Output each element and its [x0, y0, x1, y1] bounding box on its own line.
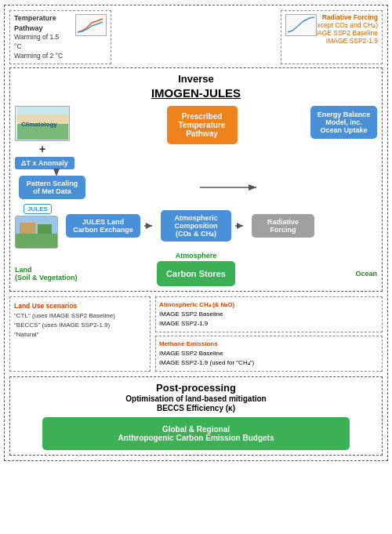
climatology-section: Climatology + ΔT x Anomaly	[15, 106, 97, 169]
rad-chart	[285, 14, 317, 36]
temp-line2: Warming of 2 °C	[14, 52, 67, 61]
jules-image	[15, 216, 58, 249]
methane-box: Methane Emissions IMAGE SSP2 Baseline IM…	[155, 336, 383, 372]
atmospheric-box: Atmospheric Composition (CO₂ & CH₄)	[161, 210, 231, 242]
right-info-col: Atmospheric CH₄ (& N₂O) IMAGE SSP2 Basel…	[155, 296, 383, 372]
top-info-row: Temperature Pathway Warming of 1.5 °C Wa…	[9, 10, 383, 64]
post-title: Post-processing	[15, 382, 377, 394]
global-box: Global & Regional Anthropogenic Carbon E…	[42, 417, 350, 450]
svg-rect-9	[20, 223, 35, 234]
jules-land-box: JULES Land Carbon Exchange	[66, 214, 140, 238]
svg-rect-10	[38, 224, 52, 234]
bottom-info-section: Land Use scenarios "CTL" (uses IMAGE SSP…	[9, 296, 383, 372]
atmosphere-label: Atmosphere	[15, 252, 377, 260]
carbon-col: Carbon Stores	[157, 261, 235, 286]
rad-chart-svg	[286, 15, 316, 35]
plus-sign: +	[15, 143, 70, 155]
arrow-svg-jules-atmos	[144, 220, 157, 231]
global-label: Global & Regional Anthropogenic Carbon E…	[50, 425, 343, 442]
jules-logo: JULES	[24, 204, 52, 214]
arrow-gap1	[15, 169, 377, 176]
temp-chart	[75, 14, 107, 36]
imogen-prefix: Inverse	[15, 73, 377, 85]
svg-marker-14	[237, 223, 243, 229]
svg-text:Climatology: Climatology	[21, 121, 57, 128]
land-ocean-row: Land (Soil & Vegetation) Carbon Stores O…	[15, 261, 377, 286]
land-use-box: Land Use scenarios "CTL" (uses IMAGE SSP…	[9, 296, 151, 372]
temp-title: Temperature Pathway	[14, 13, 67, 33]
arrow-right1	[85, 182, 377, 193]
svg-marker-6	[249, 184, 256, 191]
horiz-arrow-svg	[200, 182, 263, 193]
methane-title: Methane Emissions	[159, 340, 379, 349]
atmos-ch4-line2: IMAGE SSP2-1.9	[159, 319, 379, 329]
post-sub2: BECCS Efficiency (κ)	[15, 404, 377, 412]
methane-line1: IMAGE SSP2 Baseline	[159, 349, 379, 358]
svg-rect-8	[16, 234, 57, 248]
land-use-line2: "BECCS" (uses IMAGE SSP2-1.9)	[14, 321, 146, 330]
atmos-ch4-box: Atmospheric CH₄ (& N₂O) IMAGE SSP2 Basel…	[155, 296, 383, 332]
land-use-line3: "Natural"	[14, 330, 146, 340]
anomaly-box: ΔT x Anomaly	[15, 157, 74, 169]
svg-marker-12	[146, 223, 152, 229]
row2: Pattern Scaling of Met Data	[15, 176, 377, 199]
center-col: Prescribed Temperature Pathway	[97, 106, 307, 144]
rad-title-text: Radiative Forcing	[322, 13, 378, 21]
temp-text: Temperature Pathway Warming of 1.5 °C Wa…	[14, 13, 67, 61]
land-use-title: Land Use scenarios	[14, 301, 146, 311]
methane-line2: IMAGE SSP2-1.9 (used for "CH₄")	[159, 358, 379, 368]
temp-chart-svg	[76, 15, 106, 35]
row1: Climatology + ΔT x Anomaly Prescribed Te…	[15, 106, 377, 169]
temperature-pathway-box: Temperature Pathway Warming of 1.5 °C Wa…	[9, 10, 111, 64]
imogen-title: IMOGEN-JULES	[15, 86, 377, 100]
land-label: Land (Soil & Vegetation)	[15, 266, 78, 282]
climatology-image: Climatology	[15, 106, 70, 141]
main-container: Temperature Pathway Warming of 1.5 °C Wa…	[4, 5, 388, 461]
clim-svg: Climatology	[17, 107, 68, 140]
post-processing-section: Post-processing Optimisation of land-bas…	[9, 376, 383, 456]
pattern-scaling-box: Pattern Scaling of Met Data	[19, 176, 85, 199]
radiative-forcing-box: Radiative Forcing (except CO₂ and CH₄) I…	[281, 10, 383, 64]
jules-logo-col: JULES	[15, 204, 60, 249]
post-subtitle: Optimisation of land-based mitigation	[15, 394, 377, 403]
atmos-ch4-line1: IMAGE SSP2 Baseline	[159, 310, 379, 319]
energy-col: Energy Balance Model, inc. Ocean Uptake	[307, 106, 377, 139]
atmos-ch4-title: Atmospheric CH₄ (& N₂O)	[159, 300, 379, 310]
rad-line3: IMAGE SSP2-1.9	[285, 37, 378, 45]
imogen-jules-box: Inverse IMOGEN-JULES Climatology + ΔT x …	[9, 67, 383, 292]
radiative-forcing-inner-box: Radiative Forcing	[252, 214, 314, 238]
energy-balance-box: Energy Balance Model, inc. Ocean Uptake	[310, 106, 377, 139]
land-label-text: Land (Soil & Vegetation)	[15, 266, 78, 282]
ocean-label: Ocean	[314, 270, 377, 278]
arrow-svg-atmos-rad	[235, 220, 248, 231]
jules-img-svg	[16, 216, 57, 248]
row3: JULES JULES Land Carbon Exchange	[15, 204, 377, 249]
land-use-line1: "CTL" (uses IMAGE SSP2 Baseline)	[14, 311, 146, 321]
temp-line1: Warming of 1.5 °C	[14, 33, 67, 52]
carbon-stores-box: Carbon Stores	[157, 261, 235, 286]
prescribed-box: Prescribed Temperature Pathway	[167, 106, 238, 144]
